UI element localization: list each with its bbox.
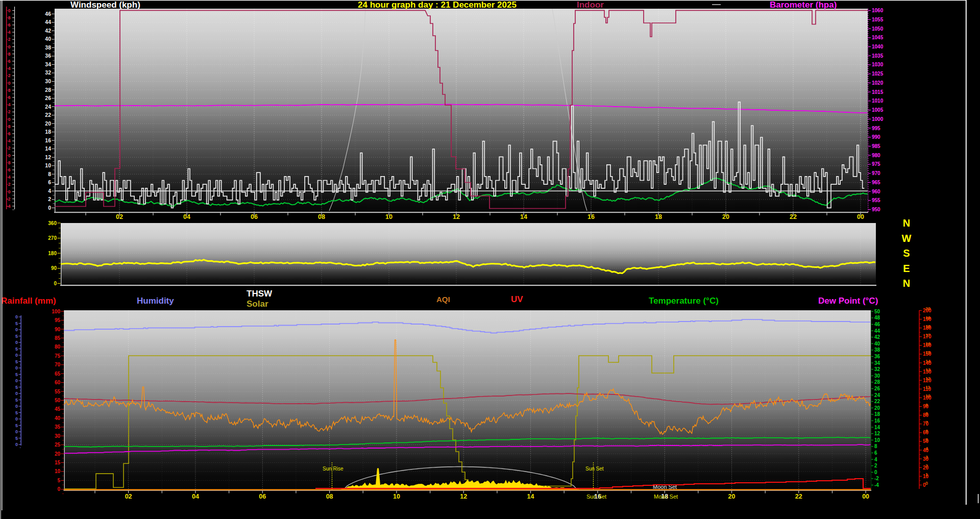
svg-text:55: 55 <box>55 389 61 394</box>
svg-text:6: 6 <box>8 167 11 172</box>
svg-text:85: 85 <box>55 335 61 341</box>
svg-text:42: 42 <box>45 28 51 34</box>
svg-text:6: 6 <box>8 59 11 64</box>
svg-text:965: 965 <box>872 180 880 185</box>
svg-text:0: 0 <box>15 365 18 370</box>
svg-text:02: 02 <box>125 493 132 500</box>
svg-text:2: 2 <box>48 196 51 202</box>
svg-text:8: 8 <box>8 52 11 57</box>
svg-text:12: 12 <box>460 493 467 500</box>
svg-text:40: 40 <box>55 415 61 421</box>
svg-text:90: 90 <box>55 327 61 332</box>
svg-text:Barometer (hpa): Barometer (hpa) <box>770 0 837 10</box>
svg-text:Indoor: Indoor <box>577 0 604 10</box>
svg-text:24: 24 <box>45 104 51 110</box>
svg-text:9: 9 <box>925 403 928 408</box>
svg-text:Rainfall (mm): Rainfall (mm) <box>1 296 56 306</box>
svg-text:3: 3 <box>925 455 928 460</box>
svg-text:46: 46 <box>45 11 51 17</box>
svg-text:970: 970 <box>872 170 880 176</box>
svg-text:90: 90 <box>51 265 57 271</box>
svg-text:0: 0 <box>8 117 11 122</box>
svg-text:13: 13 <box>925 367 930 373</box>
svg-text:38: 38 <box>874 347 880 353</box>
svg-text:02: 02 <box>116 213 123 220</box>
svg-text:20: 20 <box>728 493 736 500</box>
svg-text:28: 28 <box>874 379 880 385</box>
svg-text:14: 14 <box>520 213 527 220</box>
svg-text:1035: 1035 <box>872 53 884 59</box>
svg-text:W: W <box>902 233 912 244</box>
svg-text:955: 955 <box>872 197 880 203</box>
svg-text:1045: 1045 <box>872 35 884 40</box>
svg-text:08: 08 <box>318 213 325 220</box>
svg-text:12: 12 <box>874 431 880 436</box>
svg-text:Dew Point (°C): Dew Point (°C) <box>818 296 878 306</box>
svg-text:16: 16 <box>874 418 880 424</box>
svg-text:80: 80 <box>55 344 61 350</box>
svg-text:Solar: Solar <box>247 299 268 309</box>
svg-text:4: 4 <box>8 66 11 71</box>
svg-text:270: 270 <box>48 235 57 241</box>
svg-text:22: 22 <box>45 112 51 118</box>
svg-text:70: 70 <box>55 362 61 367</box>
svg-text:12: 12 <box>925 376 930 381</box>
svg-text:04: 04 <box>183 213 190 220</box>
svg-text:Humidity: Humidity <box>137 296 174 306</box>
svg-text:32: 32 <box>45 69 51 76</box>
svg-text:12: 12 <box>453 213 460 220</box>
svg-text:0: 0 <box>15 391 18 396</box>
svg-text:0: 0 <box>15 416 18 422</box>
svg-text:8: 8 <box>8 15 11 20</box>
svg-text:1: 1 <box>925 472 928 477</box>
svg-text:19: 19 <box>925 315 930 320</box>
svg-text:0: 0 <box>8 153 11 158</box>
svg-text:18: 18 <box>874 411 880 417</box>
svg-text:5: 5 <box>15 347 18 352</box>
svg-text:5: 5 <box>15 321 18 326</box>
svg-text:22: 22 <box>795 493 802 500</box>
svg-text:Sun Rise: Sun Rise <box>323 466 344 472</box>
svg-text:46: 46 <box>874 322 880 327</box>
svg-text:4: 4 <box>48 188 51 194</box>
svg-text:04: 04 <box>192 493 199 500</box>
svg-text:N: N <box>903 217 910 229</box>
svg-text:50: 50 <box>55 398 61 403</box>
svg-text:36: 36 <box>874 354 880 359</box>
svg-text:2: 2 <box>8 73 11 78</box>
svg-text:2: 2 <box>8 37 11 42</box>
svg-text:6: 6 <box>925 429 928 434</box>
svg-text:14: 14 <box>527 493 534 500</box>
svg-text:30: 30 <box>874 373 880 379</box>
svg-text:45: 45 <box>55 406 61 412</box>
svg-text:1050: 1050 <box>872 26 884 32</box>
svg-text:Moon Set: Moon Set <box>654 493 678 500</box>
svg-text:16: 16 <box>925 341 930 347</box>
svg-text:0: 0 <box>8 44 11 50</box>
svg-text:5: 5 <box>15 334 18 339</box>
svg-text:8: 8 <box>8 160 11 165</box>
svg-text:16: 16 <box>587 213 595 220</box>
svg-text:15: 15 <box>925 350 930 355</box>
svg-text:60: 60 <box>55 380 61 385</box>
svg-text:08: 08 <box>326 493 333 500</box>
svg-text:5: 5 <box>15 398 18 403</box>
svg-text:985: 985 <box>872 143 880 149</box>
svg-text:Sun Set: Sun Set <box>585 466 604 472</box>
svg-text:4: 4 <box>8 175 11 180</box>
svg-text:Temperature (°C): Temperature (°C) <box>649 296 719 306</box>
svg-text:4: 4 <box>8 102 11 107</box>
svg-text:17: 17 <box>925 333 930 338</box>
svg-text:0: 0 <box>54 281 57 286</box>
svg-text:2: 2 <box>8 145 11 151</box>
svg-text:6: 6 <box>8 95 11 100</box>
svg-text:42: 42 <box>874 334 880 340</box>
svg-text:48: 48 <box>874 315 880 320</box>
svg-text:UV: UV <box>511 294 523 304</box>
svg-text:40: 40 <box>45 36 51 42</box>
svg-text:6: 6 <box>48 179 51 185</box>
svg-text:-4: -4 <box>7 204 11 209</box>
svg-text:4: 4 <box>8 138 11 143</box>
svg-text:1030: 1030 <box>872 62 884 67</box>
svg-text:975: 975 <box>872 161 880 167</box>
